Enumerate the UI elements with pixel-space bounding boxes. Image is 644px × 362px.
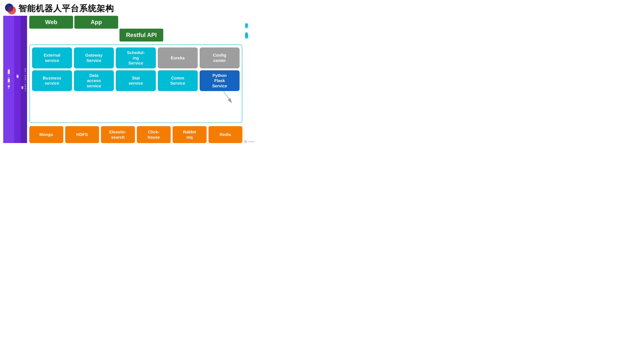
services-row-1: Externalservice GatewayService Schedul-i…	[32, 47, 240, 68]
redis-label: Redis	[220, 132, 231, 137]
rabbitmq-box: Rabbitmq	[172, 126, 206, 143]
python-flask-service-label: PythonFlaskService	[212, 73, 227, 89]
top-header-row: Web App Restful API	[29, 16, 242, 41]
comm-service-label: CommService	[170, 75, 185, 86]
app-header: App	[74, 16, 118, 29]
comm-service-box: CommService	[158, 70, 198, 91]
scheduling-service-label: Schedul-ingService	[127, 50, 145, 66]
left-label-col1: 各种PC端对接/各种APP端对接/报表对接/...	[3, 16, 14, 143]
algorithm-label-text: 算法预测模型	[245, 29, 248, 33]
arch-main: Web App Restful API Externalservice	[27, 16, 242, 143]
data-access-service-box: Dataaccessservice	[74, 70, 114, 91]
svg-point-4	[5, 3, 13, 12]
left-label-col1-text: 各种PC端对接/各种APP端对接/报表对接/...	[7, 69, 11, 90]
python-flask-service-box: PythonFlaskService	[200, 70, 240, 91]
watermark-text: AI架构图	[248, 140, 255, 143]
clickhouse-label: Click-house	[148, 129, 160, 140]
config-center-box: Configcenter	[200, 47, 240, 68]
api-label: Restful API	[126, 32, 157, 38]
right-labels: 微服务层 算法预测模型	[242, 16, 253, 143]
left-label-col2-text: 外接系统	[16, 78, 19, 80]
data-access-service-label: Dataaccessservice	[86, 73, 101, 89]
external-service-box: Externalservice	[32, 47, 72, 68]
elasticsearch-box: Eleastic-search	[101, 126, 135, 143]
scheduling-service-box: Schedul-ingService	[116, 47, 156, 68]
mongo-label: Mongo	[40, 132, 53, 137]
database-row: Mongo HDFS Eleastic-search Click-house R…	[29, 126, 242, 143]
left-labels: 各种PC端对接/各种APP端对接/报表对接/... 外接系统 外接认证LDAP …	[3, 16, 27, 143]
business-service-box: Businessservice	[32, 70, 72, 91]
left-label-col3: 外接认证LDAP / SSO / PS	[20, 16, 27, 143]
external-service-label: Externalservice	[44, 53, 60, 63]
content-row: 各种PC端对接/各种APP端对接/报表对接/... 外接系统 外接认证LDAP …	[3, 16, 253, 143]
mongo-box: Mongo	[29, 126, 63, 143]
header: 智能机器人平台系统架构	[0, 0, 258, 16]
page-title: 智能机器人平台系统架构	[18, 3, 114, 14]
content-wrapper: 各种PC端对接/各种APP端对接/报表对接/... 外接系统 外接认证LDAP …	[0, 16, 258, 145]
left-label-col3-text: 外接认证LDAP / SSO / PS	[21, 68, 27, 91]
hdfs-label: HDFS	[76, 132, 88, 137]
elasticsearch-label: Eleastic-search	[109, 129, 126, 140]
stat-service-label: Statservice	[129, 75, 143, 86]
config-center-label: Configcenter	[213, 53, 226, 63]
web-label: Web	[45, 19, 57, 25]
business-service-label: Businessservice	[43, 75, 61, 86]
redis-box: Redis	[208, 126, 242, 143]
web-header: Web	[29, 16, 73, 29]
right-label-microservice: 微服务层	[244, 20, 248, 23]
eureka-box: Eureka	[158, 47, 198, 68]
rabbitmq-label: Rabbitmq	[183, 129, 196, 140]
middle-section: Externalservice GatewayService Schedul-i…	[29, 44, 242, 123]
watermark: AI AI架构图	[244, 140, 255, 143]
hdfs-box: HDFS	[65, 126, 99, 143]
watermark-icon: AI	[244, 140, 247, 143]
microservice-label-text: 微服务层	[245, 20, 248, 23]
eureka-label: Eureka	[171, 55, 185, 61]
right-label-algorithm: 算法预测模型	[244, 29, 248, 33]
api-header: Restful API	[120, 29, 163, 41]
app-label: App	[91, 19, 102, 25]
gateway-service-box: GatewayService	[74, 47, 114, 68]
services-row-2: Businessservice Dataaccessservice Statse…	[32, 70, 240, 91]
left-label-col2: 外接系统	[14, 16, 20, 143]
gateway-service-label: GatewayService	[85, 53, 102, 63]
stat-service-box: Statservice	[116, 70, 156, 91]
logo-icon	[5, 3, 15, 14]
clickhouse-box: Click-house	[137, 126, 171, 143]
